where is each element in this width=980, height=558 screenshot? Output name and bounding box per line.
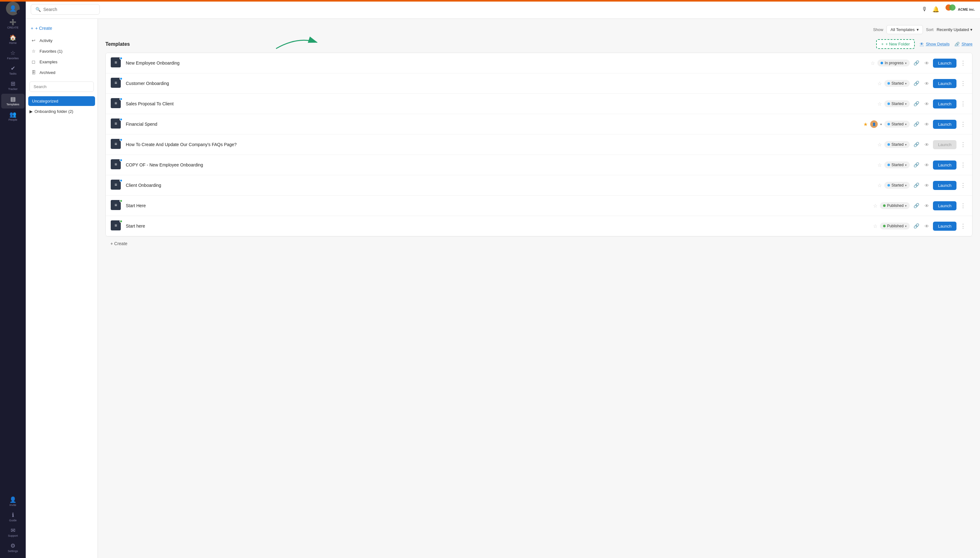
- link-icon[interactable]: 🔗: [912, 140, 921, 149]
- section-title: Templates: [105, 41, 130, 47]
- eye-icon[interactable]: 👁: [923, 141, 931, 149]
- status-badge[interactable]: Started ▾: [884, 161, 910, 168]
- star-button[interactable]: ☆: [873, 203, 877, 209]
- eye-icon[interactable]: 👁: [923, 100, 931, 108]
- folder-onboarding[interactable]: ▶ Onboarding folder (2): [26, 107, 97, 116]
- sidebar-item-support[interactable]: ✉ Support: [1, 525, 25, 540]
- eye-icon[interactable]: 👁: [923, 161, 931, 169]
- launch-button[interactable]: Launch: [933, 59, 957, 68]
- link-icon[interactable]: 🔗: [912, 222, 921, 230]
- create-bottom-button[interactable]: + Create: [105, 236, 972, 251]
- show-details-button[interactable]: 👁 Show Details: [920, 42, 950, 46]
- status-badge[interactable]: Started ▾: [884, 100, 910, 107]
- more-options-button[interactable]: ⋮: [959, 181, 967, 190]
- more-options-button[interactable]: ⋮: [959, 79, 967, 88]
- status-badge[interactable]: Started ▾: [884, 182, 910, 189]
- launch-button[interactable]: Launch: [933, 79, 957, 88]
- more-options-button[interactable]: ⋮: [959, 120, 967, 129]
- eye-icon[interactable]: 👁: [923, 120, 931, 128]
- sidebar-item-guide[interactable]: ℹ Guide: [1, 510, 25, 524]
- sidebar-item-tasks[interactable]: ✔ Tasks: [1, 63, 25, 78]
- template-name[interactable]: Financial Spend: [126, 121, 860, 126]
- more-options-button[interactable]: ⋮: [959, 160, 967, 170]
- template-name[interactable]: Start Here: [126, 203, 869, 208]
- star-button[interactable]: ☆: [873, 223, 877, 229]
- template-name[interactable]: COPY OF - New Employee Onboarding: [126, 162, 874, 167]
- eye-icon[interactable]: 👁: [923, 182, 931, 189]
- status-badge[interactable]: Started ▾: [884, 80, 910, 87]
- template-name[interactable]: Start here: [126, 223, 869, 228]
- eye-icon[interactable]: 👁: [923, 202, 931, 210]
- link-icon[interactable]: 🔗: [912, 161, 921, 169]
- more-options-button[interactable]: ⋮: [959, 99, 967, 108]
- left-nav-activity[interactable]: ↩ Activity: [26, 35, 97, 46]
- link-icon[interactable]: 🔗: [912, 202, 921, 210]
- launch-button[interactable]: Launch: [933, 99, 957, 108]
- template-status-dot: [120, 159, 123, 162]
- sidebar-item-invite[interactable]: 👤 Invite: [1, 494, 25, 509]
- sidebar-item-tracker[interactable]: ⊞ Tracker: [1, 78, 25, 93]
- sidebar-item-create[interactable]: ➕ CREATE: [1, 17, 25, 32]
- sidebar-item-people[interactable]: 👥 People: [1, 109, 25, 124]
- create-icon: ➕: [10, 20, 16, 25]
- user-avatar[interactable]: 👤 ▾: [6, 2, 20, 15]
- star-button[interactable]: ☆: [877, 182, 882, 189]
- launch-button[interactable]: Launch: [933, 201, 957, 210]
- new-folder-button[interactable]: + + New Folder: [876, 39, 915, 49]
- more-options-button[interactable]: ⋮: [959, 221, 967, 231]
- sidebar-item-settings[interactable]: ⚙ Settings: [1, 540, 25, 555]
- sidebar-item-favorites[interactable]: ☆ Favorites: [1, 48, 25, 62]
- status-indicator: [883, 204, 886, 207]
- left-nav-archived[interactable]: 🗄 Archived: [26, 67, 97, 78]
- star-button[interactable]: ☆: [877, 80, 882, 87]
- create-button[interactable]: + + Create: [26, 24, 97, 35]
- template-name[interactable]: How To Create And Update Our Company's F…: [126, 142, 874, 147]
- status-badge[interactable]: In progress ▾: [877, 59, 910, 66]
- template-name[interactable]: Sales Proposal To Client: [126, 101, 874, 106]
- status-chevron-icon: ▾: [905, 143, 907, 146]
- launch-button[interactable]: Launch: [933, 120, 957, 129]
- link-icon[interactable]: 🔗: [912, 59, 921, 67]
- star-button[interactable]: ☆: [870, 60, 875, 66]
- template-status-dot: [120, 77, 123, 80]
- folder-uncategorized[interactable]: Uncategorized: [28, 96, 95, 106]
- folder-search-input[interactable]: [30, 82, 94, 92]
- more-options-button[interactable]: ⋮: [959, 140, 967, 149]
- star-button[interactable]: ★: [863, 121, 868, 127]
- link-icon[interactable]: 🔗: [912, 120, 921, 128]
- template-name[interactable]: Customer Onboarding: [126, 81, 874, 86]
- more-options-button[interactable]: ⋮: [959, 58, 967, 68]
- template-name[interactable]: New Employee Onboarding: [126, 61, 867, 66]
- sort-chevron-icon: ▾: [970, 27, 972, 32]
- launch-button[interactable]: Launch: [933, 181, 957, 190]
- sidebar-item-home[interactable]: 🏠 Home: [1, 32, 25, 47]
- template-row: ≡ Customer Onboarding ☆ Started ▾ 🔗 👁 La…: [106, 73, 972, 94]
- status-badge[interactable]: Published ▾: [880, 202, 910, 209]
- bell-icon[interactable]: 🔔: [932, 6, 939, 13]
- status-indicator: [888, 143, 890, 146]
- eye-icon[interactable]: 👁: [923, 80, 931, 87]
- left-nav-examples[interactable]: ◻ Examples: [26, 56, 97, 67]
- link-icon[interactable]: 🔗: [912, 100, 921, 108]
- star-button[interactable]: ☆: [877, 101, 882, 107]
- left-nav-favorites[interactable]: ☆ Favorites (1): [26, 46, 97, 56]
- star-button[interactable]: ☆: [877, 162, 882, 168]
- eye-icon[interactable]: 👁: [923, 222, 931, 230]
- eye-icon[interactable]: 👁: [923, 59, 931, 67]
- all-templates-dropdown[interactable]: All Templates ▾: [886, 25, 923, 34]
- sort-dropdown[interactable]: Recently Updated ▾: [937, 27, 972, 32]
- star-button[interactable]: ☆: [877, 142, 882, 148]
- sidebar-item-templates[interactable]: ▤ Templates: [1, 94, 25, 108]
- status-badge[interactable]: Published ▾: [880, 223, 910, 230]
- launch-button[interactable]: Launch: [933, 161, 957, 170]
- link-icon[interactable]: 🔗: [912, 79, 921, 87]
- more-options-button[interactable]: ⋮: [959, 201, 967, 210]
- template-name[interactable]: Client Onboarding: [126, 183, 874, 188]
- share-button[interactable]: 🔗 Share: [955, 42, 972, 46]
- launch-button[interactable]: Launch: [933, 222, 957, 231]
- microphone-icon[interactable]: 🎙: [922, 6, 927, 13]
- status-badge[interactable]: Started ▾: [884, 121, 910, 128]
- link-icon[interactable]: 🔗: [912, 181, 921, 189]
- status-badge[interactable]: Started ▾: [884, 141, 910, 148]
- search-bar[interactable]: 🔍 Search: [31, 4, 100, 15]
